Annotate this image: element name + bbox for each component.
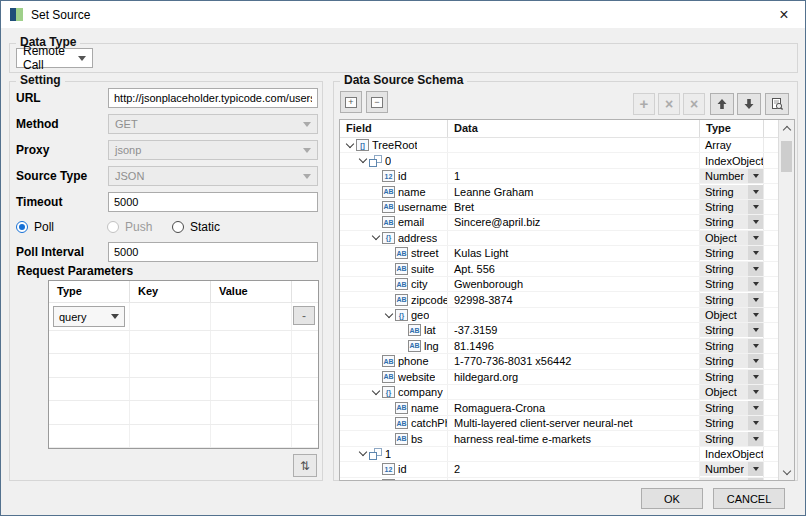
- tree-row[interactable]: zipcode92998-3874String: [340, 292, 778, 307]
- tree-row[interactable]: nameRomaguera-CronaString: [340, 400, 778, 415]
- url-input[interactable]: [108, 88, 318, 108]
- string-icon: [395, 247, 408, 259]
- remove-parameter-button[interactable]: -: [293, 306, 315, 325]
- tree-row[interactable]: companyObject: [340, 385, 778, 400]
- type-select[interactable]: Object: [700, 231, 763, 245]
- param-key-cell[interactable]: [130, 303, 211, 330]
- type-select[interactable]: String: [700, 339, 763, 353]
- tree-row[interactable]: addressObject: [340, 231, 778, 246]
- timeout-input[interactable]: [108, 192, 318, 212]
- tree-field-label: geo: [411, 309, 429, 321]
- parameter-empty-row[interactable]: [49, 331, 318, 354]
- static-radio[interactable]: Static: [172, 220, 220, 234]
- tree-row[interactable]: emailSincere@april.bizString: [340, 215, 778, 230]
- type-select[interactable]: String: [700, 432, 763, 446]
- type-select[interactable]: Number: [700, 462, 763, 476]
- expand-chevron-icon[interactable]: [385, 309, 393, 317]
- type-select[interactable]: String: [700, 478, 763, 480]
- type-value: String: [700, 186, 734, 198]
- type-select[interactable]: Object: [700, 308, 763, 322]
- tree-row[interactable]: streetKulas LightString: [340, 246, 778, 261]
- tree-row[interactable]: id2Number: [340, 462, 778, 477]
- proxy-select: jsonp: [108, 140, 318, 160]
- param-value-cell[interactable]: [211, 303, 292, 330]
- parameter-empty-row[interactable]: [49, 354, 318, 377]
- close-icon[interactable]: [775, 6, 793, 24]
- tree-row[interactable]: id1Number: [340, 169, 778, 184]
- tree-type-cell: String: [700, 200, 764, 214]
- tree-row[interactable]: usernameBretString: [340, 200, 778, 215]
- move-up-button[interactable]: [710, 93, 734, 115]
- type-select[interactable]: String: [700, 246, 763, 260]
- chevron-down-icon: [303, 174, 311, 179]
- expand-chevron-icon[interactable]: [372, 232, 380, 240]
- tree-row[interactable]: suiteApt. 556String: [340, 262, 778, 277]
- tree-row[interactable]: nameErvin HowellString: [340, 478, 778, 480]
- cancel-button[interactable]: CANCEL: [713, 488, 785, 509]
- url-label: URL: [16, 91, 41, 105]
- expand-chevron-icon[interactable]: [359, 155, 367, 163]
- expand-all-button[interactable]: +: [340, 91, 362, 113]
- param-type-select[interactable]: query: [53, 306, 125, 327]
- parameter-empty-row[interactable]: [49, 425, 318, 448]
- vertical-scrollbar[interactable]: [778, 120, 794, 480]
- tree-data-cell: -37.3159: [448, 323, 700, 337]
- tree-row[interactable]: 0IndexObject: [340, 153, 778, 168]
- parameter-empty-row[interactable]: [49, 401, 318, 424]
- scroll-up-icon[interactable]: [779, 121, 794, 136]
- type-select[interactable]: String: [700, 185, 763, 199]
- type-select[interactable]: String: [700, 293, 763, 307]
- type-select[interactable]: String: [700, 262, 763, 276]
- type-value: String: [700, 433, 734, 445]
- type-value: Object: [700, 386, 737, 398]
- expand-chevron-icon[interactable]: [346, 139, 354, 147]
- type-select[interactable]: String: [700, 401, 763, 415]
- preview-button[interactable]: [765, 93, 789, 115]
- refresh-button[interactable]: ⇅: [293, 454, 317, 477]
- tree-row[interactable]: nameLeanne GrahamString: [340, 184, 778, 199]
- tree-row[interactable]: cityGwenboroughString: [340, 277, 778, 292]
- ok-button[interactable]: OK: [641, 488, 703, 509]
- tree-row[interactable]: geoObject: [340, 308, 778, 323]
- tree-type-cell: Object: [700, 308, 764, 322]
- scroll-down-icon[interactable]: [779, 464, 794, 479]
- type-select[interactable]: String: [700, 354, 763, 368]
- type-select[interactable]: String: [700, 200, 763, 214]
- tree-row[interactable]: TreeRootArray: [340, 138, 778, 153]
- expand-chevron-icon[interactable]: [359, 448, 367, 456]
- tree-row[interactable]: lat-37.3159String: [340, 323, 778, 338]
- type-select[interactable]: String: [700, 277, 763, 291]
- tree-field-cell: email: [340, 215, 448, 229]
- tree-field-label: 1: [385, 448, 391, 460]
- tree-row[interactable]: phone1-770-736-8031 x56442String: [340, 354, 778, 369]
- move-down-button[interactable]: [737, 93, 761, 115]
- expand-chevron-icon[interactable]: [372, 386, 380, 394]
- type-select[interactable]: String: [700, 215, 763, 229]
- tree-row[interactable]: websitehildegard.orgString: [340, 370, 778, 385]
- type-select[interactable]: String: [700, 370, 763, 384]
- tree-row[interactable]: catchPhraseMulti-layered client-server n…: [340, 416, 778, 431]
- type-select[interactable]: Number: [700, 169, 763, 183]
- tree-row[interactable]: 1IndexObject: [340, 447, 778, 462]
- chevron-down-icon: [303, 122, 311, 127]
- tree-field-label: zipcode: [411, 294, 447, 306]
- type-select[interactable]: Object: [700, 385, 763, 399]
- data-type-select[interactable]: Remote Call: [16, 48, 93, 68]
- add-field-icon: +: [640, 96, 649, 111]
- type-select[interactable]: String: [700, 323, 763, 337]
- source-type-select: JSON: [108, 166, 318, 186]
- poll-interval-input[interactable]: [108, 242, 318, 262]
- tree-row[interactable]: lng81.1496String: [340, 339, 778, 354]
- poll-radio[interactable]: Poll: [16, 220, 54, 234]
- move-up-icon: [716, 98, 728, 110]
- tree-row[interactable]: bsharness real-time e-marketsString: [340, 431, 778, 446]
- parameter-empty-row[interactable]: [49, 378, 318, 401]
- chevron-down-icon: [78, 56, 86, 61]
- collapse-all-button[interactable]: −: [366, 91, 388, 113]
- type-value: String: [700, 263, 734, 275]
- type-select[interactable]: String: [700, 416, 763, 430]
- tree-data-cell: Romaguera-Crona: [448, 400, 700, 414]
- scrollbar-thumb[interactable]: [781, 141, 792, 172]
- tree-field-cell: phone: [340, 354, 448, 368]
- radio-unselected-icon: [172, 221, 184, 233]
